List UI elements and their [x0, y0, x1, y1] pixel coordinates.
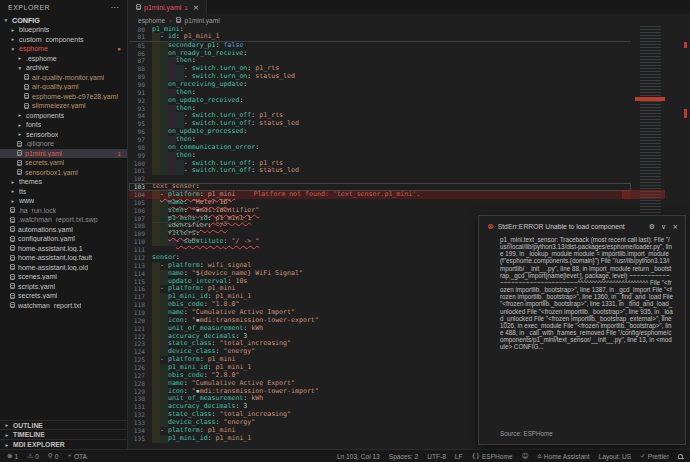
workspace-root-config[interactable]: ▾ CONFIG — [0, 15, 127, 25]
indent-guide — [160, 167, 168, 175]
tree-item-archive[interactable]: ▾archive — [0, 63, 127, 73]
status-item-label: Spaces: 2 — [389, 453, 418, 460]
feedback[interactable]: ☺ — [522, 452, 529, 460]
chevron-down-icon[interactable]: ∨ — [661, 223, 666, 231]
indent-guide — [160, 435, 168, 443]
tree-item-esphome[interactable]: ▾esphome● — [0, 44, 127, 54]
prettier-status[interactable]: ✓Prettier — [640, 452, 669, 460]
tree-item-scripts-yaml[interactable]: scripts.yaml — [0, 282, 127, 292]
breadcrumb-folder[interactable]: esphome — [138, 17, 165, 24]
tree-item-sensorbox1-yaml[interactable]: sensorbox1.yaml — [0, 168, 127, 178]
tree-item-label: .gitignore — [25, 140, 54, 147]
status-item-label: Ln 103, Col 13 — [337, 453, 380, 460]
chevron-right-icon: ▸ — [10, 179, 16, 185]
tree-item-automations-yaml[interactable]: automations.yaml — [0, 225, 127, 235]
cursor-position[interactable]: Ln 103, Col 13 — [337, 453, 380, 460]
code-token: : — [208, 222, 216, 230]
code-line-102[interactable]: 102 — [129, 175, 631, 183]
tree-item-label: custom_components — [19, 36, 84, 43]
section-timeline[interactable]: ▸ TIMELINE — [0, 429, 127, 439]
tree-item-fonts[interactable]: ▸fonts — [0, 120, 127, 130]
line-number: 95 — [129, 120, 152, 128]
tree-item--watchman-report-txt-swp[interactable]: .watchman_report.txt.swp — [0, 215, 127, 225]
check-icon: ✓ — [640, 452, 646, 460]
code-token: p1_mini_1 — [216, 435, 252, 443]
tree-item-www[interactable]: ▸www — [0, 196, 127, 206]
tree-item-label: configuration.yaml — [18, 235, 75, 242]
warnings-indicator[interactable]: ⚠0 — [27, 452, 39, 460]
tree-item-slimmelezer-yaml[interactable]: slimmelezer.yaml — [0, 101, 127, 111]
encoding[interactable]: UTF-8 — [427, 453, 446, 460]
status-item-label: 0 — [55, 453, 59, 460]
tree-item-home-assistant-log-1[interactable]: home-assistant.log.1 — [0, 244, 127, 254]
code-line-98[interactable]: 98 on_communication_error: — [129, 144, 631, 152]
tree-item--esphome[interactable]: ▸.esphome — [0, 54, 127, 64]
tree-item-blueprints[interactable]: ▸blueprints — [0, 25, 127, 35]
status-bar: ⊗1⚠0⚲0⚡OTA Ln 103, Col 13Spaces: 2UTF-8L… — [0, 449, 690, 462]
file-icon — [24, 74, 29, 80]
section-mdi-explorer[interactable]: ▸ MDI EXPLORER — [0, 439, 127, 449]
tree-item-configuration-yaml[interactable]: configuration.yaml — [0, 234, 127, 244]
ports-icon: ⚲ — [48, 452, 53, 460]
tree-item-label: .esphome — [26, 55, 57, 62]
code-line-101[interactable]: 101 - switch.turn_off: status_led — [129, 167, 631, 175]
line-number: 113 — [129, 262, 152, 270]
tree-item-themes[interactable]: ▸themes — [0, 177, 127, 187]
tree-item-label: tts — [19, 188, 26, 195]
code-line-92[interactable]: 92 on_update_received: — [129, 97, 631, 105]
eol-setting[interactable]: LF — [455, 453, 463, 460]
home-assistant-status[interactable]: ⌂Home Assistant — [538, 452, 590, 460]
indentation-setting[interactable]: Spaces: 2 — [389, 453, 418, 460]
explorer-more-actions-icon[interactable]: ⋯ — [111, 3, 120, 12]
code-line-86[interactable]: 86 on_ready_to_receive: — [129, 50, 631, 58]
gear-icon[interactable]: ⚙ — [649, 223, 655, 231]
code-line-96[interactable]: 96 on_update_processed: — [129, 128, 631, 136]
tree-item-esphome-web-c97e28-yaml[interactable]: esphome-web-c97e28.yaml — [0, 92, 127, 102]
chevron-down-icon: ▾ — [3, 17, 9, 23]
tree-item-watchman-report-txt[interactable]: watchman_report.txt — [0, 301, 127, 311]
section-outline[interactable]: ▸ OUTLINE — [0, 420, 127, 430]
status-item-label: ESPHome — [482, 453, 513, 460]
tree-item-air-quality-monitor-yaml[interactable]: air-quality-monitor.yaml — [0, 73, 127, 83]
tree-item-secrets-yaml[interactable]: secrets.yaml — [0, 291, 127, 301]
status-item-label: 1 — [15, 453, 19, 460]
home-icon: ⌂ — [538, 452, 542, 460]
line-number: 107 — [129, 215, 152, 223]
close-icon[interactable]: × — [672, 223, 678, 231]
line-number: 122 — [129, 333, 152, 341]
language-mode[interactable]: {}ESPHome — [472, 452, 513, 460]
tree-item-air-quality-yaml[interactable]: air-quality.yaml — [0, 82, 127, 92]
tree-item-home-assistant-log-old[interactable]: home-assistant.log.old — [0, 263, 127, 273]
tree-item-secrets-yaml[interactable]: secrets.yaml — [0, 158, 127, 168]
tree-item-components[interactable]: ▸components — [0, 111, 127, 121]
code-line-90[interactable]: 90 on_receiving_update: — [129, 81, 631, 89]
keyboard-layout[interactable]: Layout: US — [599, 453, 632, 460]
esphome-ota-button[interactable]: ⚡OTA — [67, 452, 87, 460]
tree-item-tts[interactable]: ▸tts — [0, 187, 127, 197]
braces-icon: {} — [472, 452, 480, 460]
breadcrumb-file[interactable]: p1mini.yaml — [185, 17, 220, 24]
tree-item-label: .watchman_report.txt.swp — [18, 216, 98, 223]
notifications-bell[interactable] — [678, 454, 683, 458]
file-icon — [24, 84, 29, 90]
line-number: 89 — [129, 73, 152, 81]
tree-item--gitignore[interactable]: .gitignore — [0, 139, 127, 149]
tab-p1mini-yaml[interactable]: p1mini.yaml 1 × — [129, 0, 207, 14]
line-number: 102 — [129, 175, 152, 183]
line-number: 124 — [129, 348, 152, 356]
tree-item-sensorbox[interactable]: ▸sensorbox — [0, 130, 127, 140]
tree-item-label: watchman_report.txt — [18, 302, 81, 309]
code-token: : — [243, 81, 247, 89]
tree-item-scenes-yaml[interactable]: scenes.yaml — [0, 272, 127, 282]
problems-indicator[interactable]: ⊗1 — [7, 452, 18, 460]
tree-item-home-assistant-log-fault[interactable]: home-assistant.log.fault — [0, 253, 127, 263]
tree-item-custom-components[interactable]: ▸custom_components — [0, 35, 127, 45]
tree-item-label: secrets.yaml — [18, 292, 57, 299]
chevron-right-icon: ▸ — [17, 122, 23, 128]
ports-indicator[interactable]: ⚲0 — [48, 452, 59, 460]
tree-item-p1mini-yaml[interactable]: p1mini.yaml1 — [0, 149, 127, 159]
code-token: p1_mini_id — [168, 435, 208, 443]
tree-item--ha-run-lock[interactable]: .ha_run.lock — [0, 206, 127, 216]
close-icon[interactable]: × — [193, 3, 199, 12]
overview-error-mark — [684, 42, 687, 48]
